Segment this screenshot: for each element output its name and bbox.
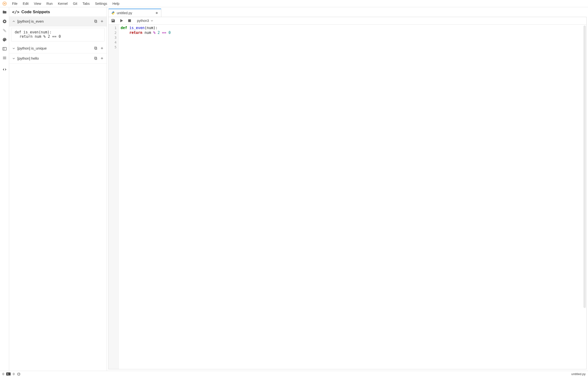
tab-untitled[interactable]: untitled.py <box>108 9 161 17</box>
scrollbar[interactable] <box>583 25 586 308</box>
terminal-icon[interactable]: $_ <box>7 372 10 376</box>
snippet-row-is-unique[interactable]: [python] is_unique <box>9 43 107 53</box>
insert-icon[interactable] <box>100 20 104 23</box>
side-panel-header: </> Code Snippets <box>9 7 107 16</box>
chevron-down-icon <box>12 47 15 50</box>
python-file-icon <box>112 11 115 15</box>
svg-point-9 <box>5 39 5 39</box>
menu-run[interactable]: Run <box>44 1 55 7</box>
insert-icon[interactable] <box>100 47 104 50</box>
svg-point-5 <box>3 29 4 30</box>
menu-kernel[interactable]: Kernel <box>55 1 70 7</box>
chevron-up-icon <box>12 20 15 23</box>
jupyter-logo[interactable] <box>2 1 7 6</box>
svg-point-0 <box>3 2 7 5</box>
chevron-down-icon <box>12 57 15 60</box>
side-panel-title: Code Snippets <box>21 10 50 14</box>
svg-point-4 <box>4 30 5 31</box>
main-area: untitled.py python3 <box>107 7 588 371</box>
run-button[interactable] <box>119 19 124 23</box>
code-content[interactable]: def is_even(num): return num % 2 == 0 <box>119 24 586 369</box>
status-count-1[interactable]: 0 <box>2 372 4 376</box>
snippet-label: [python] hello <box>17 56 92 60</box>
menu-help[interactable]: Help <box>110 1 122 7</box>
activity-bar <box>0 7 9 371</box>
kernel-name: python3 <box>137 19 149 23</box>
toc-icon[interactable] <box>2 55 7 61</box>
snippet-label: [python] is_unique <box>17 46 92 50</box>
save-button[interactable] <box>111 19 115 23</box>
snippet-label: [python] is_even <box>17 19 92 23</box>
svg-rect-16 <box>94 20 96 22</box>
menu-view[interactable]: View <box>32 1 44 7</box>
kernel-selector[interactable]: python3 <box>137 19 153 23</box>
status-bar: 0 $_ 0 untitled.py <box>0 371 588 377</box>
stop-button[interactable] <box>127 19 132 23</box>
copy-icon[interactable] <box>94 20 98 23</box>
snippet-body-is-even: def is_even(num): return num % 2 == 0 <box>11 28 105 41</box>
copy-icon[interactable] <box>94 47 98 50</box>
status-filename[interactable]: untitled.py <box>571 372 586 376</box>
dirty-indicator-icon <box>156 12 158 14</box>
svg-marker-27 <box>120 19 123 22</box>
svg-point-7 <box>3 39 4 39</box>
code-editor[interactable]: 1 2 3 4 5 def is_even(num): return num %… <box>108 24 587 369</box>
svg-rect-15 <box>95 21 97 23</box>
svg-point-8 <box>4 38 5 39</box>
snippet-row-is-even[interactable]: [python] is_even <box>9 16 107 26</box>
menu-tabs[interactable]: Tabs <box>80 1 92 7</box>
tab-title: untitled.py <box>117 11 132 15</box>
running-icon[interactable] <box>2 19 7 24</box>
copy-icon[interactable] <box>94 57 98 60</box>
git-icon[interactable] <box>2 28 7 33</box>
insert-icon[interactable] <box>100 57 104 60</box>
kernel-status-icon[interactable] <box>17 372 21 376</box>
svg-rect-19 <box>95 47 97 49</box>
code-snippets-icon[interactable] <box>2 67 7 72</box>
chevron-down-icon <box>150 19 153 22</box>
editor-toolbar: python3 <box>108 17 587 24</box>
palette-icon[interactable] <box>2 37 7 42</box>
svg-rect-29 <box>18 373 20 375</box>
snippet-list: [python] is_even def is_even(num): retur… <box>9 16 107 371</box>
panel-icon[interactable] <box>2 46 7 51</box>
menu-file[interactable]: File <box>10 1 20 7</box>
menu-git[interactable]: Git <box>71 1 80 7</box>
svg-rect-28 <box>128 19 131 22</box>
menu-edit[interactable]: Edit <box>21 1 31 7</box>
svg-rect-24 <box>94 57 96 59</box>
folder-icon[interactable] <box>2 10 7 15</box>
code-icon: </> <box>12 10 20 14</box>
tab-bar: untitled.py <box>108 9 587 17</box>
svg-rect-20 <box>94 47 96 49</box>
svg-point-6 <box>5 31 6 32</box>
status-count-2[interactable]: 0 <box>13 372 14 376</box>
svg-rect-10 <box>3 47 6 50</box>
svg-rect-23 <box>95 58 97 60</box>
svg-rect-2 <box>4 21 5 22</box>
line-gutter: 1 2 3 4 5 <box>109 24 119 369</box>
side-panel: </> Code Snippets [python] is_even <box>9 7 107 371</box>
snippet-row-hello[interactable]: [python] hello <box>9 53 107 63</box>
menubar: File Edit View Run Kernel Git Tabs Setti… <box>0 0 588 7</box>
menu-settings[interactable]: Settings <box>92 1 110 7</box>
